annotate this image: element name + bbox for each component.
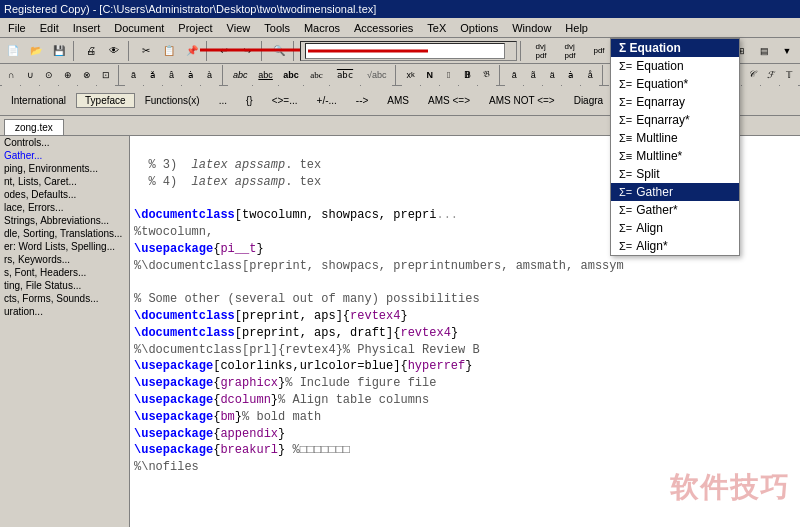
menu-insert[interactable]: Insert (67, 21, 107, 35)
sidebar-modes[interactable]: odes, Defaults... (0, 188, 129, 201)
tab-arrows[interactable]: --> (347, 93, 378, 108)
equation-dropdown: Σ Equation Σ= Equation Σ= Equation* Σ= E… (610, 38, 740, 256)
menu-options[interactable]: Options (454, 21, 504, 35)
tab-functions[interactable]: Functions(x) (136, 93, 209, 108)
N-btn[interactable]: N (421, 64, 439, 86)
xk-btn[interactable]: xk (402, 64, 420, 86)
sidebar-filestatus[interactable]: ting, File Status... (0, 279, 129, 292)
tab-ams-not[interactable]: AMS NOT <=> (480, 93, 564, 108)
dropdown-equation[interactable]: Σ= Equation (611, 57, 739, 75)
menu-project[interactable]: Project (172, 21, 218, 35)
abc-btn4[interactable]: abc (304, 64, 328, 86)
sidebar-sorting[interactable]: dle, Sorting, Translations... (0, 227, 129, 240)
abc-btn5[interactable]: abc (330, 64, 361, 86)
new-button[interactable]: 📄 (2, 40, 24, 62)
pdf-btn3[interactable]: pdf (585, 40, 613, 62)
save-button[interactable]: 💾 (48, 40, 70, 62)
alpha-b[interactable]: ǎ (144, 64, 162, 86)
tab-braces[interactable]: {} (237, 93, 262, 108)
tab-ams[interactable]: AMS (378, 93, 418, 108)
a-check[interactable]: å (581, 64, 599, 86)
sidebar-environments[interactable]: ping, Environments... (0, 162, 129, 175)
sidebar-wordlists[interactable]: er: Word Lists, Spelling... (0, 240, 129, 253)
tab-compare[interactable]: <>=... (263, 93, 307, 108)
alpha-a[interactable]: ā (125, 64, 143, 86)
dropdown-align[interactable]: Σ= Align (611, 219, 739, 237)
menu-view[interactable]: View (221, 21, 257, 35)
sidebar-gather[interactable]: Gather... (0, 149, 129, 162)
print-button[interactable]: 🖨 (80, 40, 102, 62)
dropdown-eqnarray-star[interactable]: Σ= Eqnarray* (611, 111, 739, 129)
frak-B[interactable]: 𝔅 (478, 64, 496, 86)
a-breve[interactable]: ȧ (562, 64, 580, 86)
sidebar-strings[interactable]: Strings, Abbreviations... (0, 214, 129, 227)
menu-tools[interactable]: Tools (258, 21, 296, 35)
fmt-btn6[interactable]: ⊡ (97, 64, 115, 86)
find-button[interactable]: 🔍 (268, 40, 290, 62)
search-input-box[interactable] (305, 43, 505, 59)
extra-btn2[interactable]: ▤ (753, 40, 775, 62)
dropdown-gather-star[interactable]: Σ= Gather* (611, 201, 739, 219)
sidebar-font[interactable]: s, Font, Headers... (0, 266, 129, 279)
copy-button[interactable]: 📋 (158, 40, 180, 62)
menu-help[interactable]: Help (559, 21, 594, 35)
sidebar-forms[interactable]: cts, Forms, Sounds... (0, 292, 129, 305)
tab-ams-arrows[interactable]: AMS <=> (419, 93, 479, 108)
tab-international[interactable]: International (2, 93, 75, 108)
tab-typeface[interactable]: Typeface (76, 93, 135, 108)
pdf-btn2[interactable]: dvjpdf (556, 40, 584, 62)
alpha-d[interactable]: ȧ (182, 64, 200, 86)
paste-button[interactable]: 📌 (181, 40, 203, 62)
dropdown-split[interactable]: Σ= Split (611, 165, 739, 183)
alpha-e[interactable]: à (201, 64, 219, 86)
menu-document[interactable]: Document (108, 21, 170, 35)
a-uml[interactable]: ä (543, 64, 561, 86)
extra-dropdown[interactable]: ▼ (776, 40, 798, 62)
a-bar[interactable]: ā (505, 64, 523, 86)
menu-file[interactable]: File (2, 21, 32, 35)
abc-btn6[interactable]: √abc (361, 64, 392, 86)
abc-btn1[interactable]: abc (228, 64, 252, 86)
a-tilde[interactable]: ã (524, 64, 542, 86)
dropdown-gather[interactable]: Σ= Gather (611, 183, 739, 201)
pdf-btn1[interactable]: dvjpdf (527, 40, 555, 62)
sidebar-keywords[interactable]: rs, Keywords... (0, 253, 129, 266)
undo-button[interactable]: ↩ (213, 40, 235, 62)
alpha-c[interactable]: â (163, 64, 181, 86)
sidebar-controls[interactable]: Controls... (0, 136, 129, 149)
bb-N[interactable]: 𝕅 (440, 64, 458, 86)
menu-edit[interactable]: Edit (34, 21, 65, 35)
fmt-btn3[interactable]: ⊙ (40, 64, 58, 86)
redo-button[interactable]: ↪ (236, 40, 258, 62)
sidebar-uration[interactable]: uration... (0, 305, 129, 318)
abc-btn2[interactable]: abc (253, 64, 277, 86)
dropdown-multline[interactable]: Σ≡ Multline (611, 129, 739, 147)
tab-plusminus[interactable]: +/-... (308, 93, 346, 108)
menu-window[interactable]: Window (506, 21, 557, 35)
menu-macros[interactable]: Macros (298, 21, 346, 35)
fmt-btn4[interactable]: ⊕ (59, 64, 77, 86)
script-F[interactable]: ℱ (761, 64, 779, 86)
script-C[interactable]: 𝒞 (742, 64, 760, 86)
sidebar-errors[interactable]: lace, Errors... (0, 201, 129, 214)
bb-B[interactable]: 𝔹 (459, 64, 477, 86)
file-tab-zong[interactable]: zong.tex (4, 119, 64, 135)
cut-button[interactable]: ✂ (135, 40, 157, 62)
ml-sigma-icon: Σ≡ (619, 132, 632, 144)
preview-button[interactable]: 👁 (103, 40, 125, 62)
dropdown-multline-star[interactable]: Σ≡ Multline* (611, 147, 739, 165)
fmt-btn2[interactable]: ∪ (21, 64, 39, 86)
tab-diagrams[interactable]: Diagra (565, 93, 612, 108)
menu-accessories[interactable]: Accessories (348, 21, 419, 35)
dropdown-eqnarray[interactable]: Σ= Eqnarray (611, 93, 739, 111)
fmt-btn1[interactable]: ∩ (2, 64, 20, 86)
abc-btn3[interactable]: abc (279, 64, 303, 86)
roman-T[interactable]: 𝕋 (780, 64, 798, 86)
dropdown-align-star[interactable]: Σ= Align* (611, 237, 739, 255)
dropdown-equation-star[interactable]: Σ= Equation* (611, 75, 739, 93)
open-button[interactable]: 📂 (25, 40, 47, 62)
sidebar-lists[interactable]: nt, Lists, Caret... (0, 175, 129, 188)
menu-tex[interactable]: TeX (421, 21, 452, 35)
fmt-btn5[interactable]: ⊗ (78, 64, 96, 86)
tab-dots[interactable]: ... (210, 93, 236, 108)
